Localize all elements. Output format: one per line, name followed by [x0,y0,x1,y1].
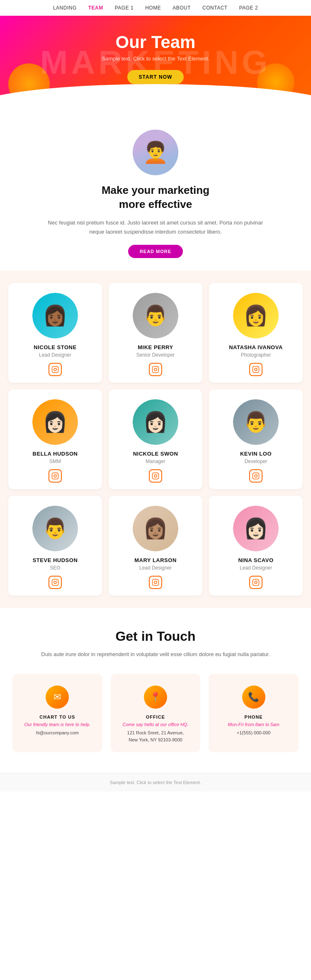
team-member-name: NICOLE STONE [34,344,76,350]
svg-rect-0 [52,366,58,372]
nav-contact[interactable]: CONTACT [202,5,228,11]
photo-placeholder: 👨 [32,506,78,551]
contact-card: 📞 PHONE Mon-Fri from 8am to 5am +1(555) … [209,674,299,752]
photo-placeholder: 👩🏻 [233,506,279,551]
team-card: 👩 NATASHA IVANOVA Photographer [209,283,303,383]
photo-placeholder: 👩🏻 [32,399,78,445]
hero-title: Our Team [116,32,196,52]
hero-subtitle[interactable]: Sample text. Click to select the Text El… [102,56,209,62]
team-card: 👩🏽 MARY LARSON Lead Designer [109,496,202,596]
team-photo: 👨 [32,506,78,551]
instagram-icon[interactable] [49,576,62,589]
nav-about[interactable]: ABOUT [173,5,191,11]
team-card: 👩🏻 BELLA HUDSON SMM [8,389,102,489]
photo-placeholder: 👨 [133,293,178,338]
svg-point-16 [255,475,257,477]
instagram-icon[interactable] [49,469,62,483]
avatar-3d-image: 🧑‍🦱 [133,130,178,175]
team-photo: 👩🏻 [133,399,178,445]
nav-home[interactable]: HOME [145,5,161,11]
contact-card-info: 121 Rock Sreet, 21 Avenue,New York, NY 9… [127,729,184,744]
contact-subtitle: Duis aute irure dolor in reprehenderit i… [12,650,299,659]
svg-point-22 [154,581,157,584]
contact-card-title: PHONE [245,714,263,719]
team-photo: 👩🏻 [32,399,78,445]
contact-card-sub: Mon-Fri from 8am to 5am [228,722,279,727]
contact-card-info: +1(555) 000-000 [237,729,271,737]
hero-section: MARKETING Our Team Sample text. Click to… [0,16,311,109]
contact-card-sub: Our friendly team is here to help. [24,722,91,727]
navigation: LANDING TEAM PAGE 1 HOME ABOUT CONTACT P… [0,0,311,16]
svg-point-1 [54,368,56,371]
svg-rect-9 [52,473,58,479]
team-member-name: NATASHA IVANOVA [229,344,283,350]
svg-point-13 [154,475,157,477]
svg-point-10 [54,475,56,477]
contact-title: Get in Touch [12,629,299,644]
instagram-icon[interactable] [249,363,262,376]
svg-rect-18 [52,579,58,585]
svg-point-17 [257,474,258,475]
team-card: 👩🏻 NINA SCAVO Lead Designer [209,496,303,596]
team-section: 👩🏾 NICOLE STONE Lead Designer 👨 MIKE PER… [0,270,311,608]
team-photo: 👩🏾 [32,293,78,338]
instagram-icon[interactable] [249,576,262,589]
svg-point-26 [257,580,258,581]
team-member-role: SMM [49,459,61,464]
svg-point-20 [56,580,57,581]
instagram-icon[interactable] [49,363,62,376]
footer: Sample text. Click to select the Text El… [0,773,311,792]
nav-team[interactable]: TEAM [88,5,103,11]
team-member-role: Photographer [241,352,271,358]
svg-point-7 [255,368,257,371]
team-member-role: SEO [50,565,60,571]
photo-placeholder: 👩🏾 [32,293,78,338]
contact-cards: ✉ CHART TO US Our friendly team is here … [12,674,299,752]
team-member-name: NINA SCAVO [238,557,273,563]
team-member-name: BELLA HUDSON [33,451,78,457]
svg-point-14 [157,474,158,475]
team-member-role: Lead Designer [39,352,71,358]
svg-rect-24 [253,579,259,585]
contact-card: 📍 OFFICE Come say hello at our office HQ… [111,674,201,752]
intro-avatar: 🧑‍🦱 [133,130,178,175]
team-photo: 👨 [133,293,178,338]
intro-heading: Make your marketing more effective [41,183,270,212]
team-member-role: Senior Developer [136,352,175,358]
team-card: 👩🏾 NICOLE STONE Lead Designer [8,283,102,383]
nav-page2[interactable]: PAGE 2 [239,5,258,11]
intro-body: Nec feugiat nisl pretium fusce id. Justo… [41,218,270,237]
instagram-icon[interactable] [249,469,262,483]
svg-point-5 [157,367,158,368]
svg-rect-12 [153,473,159,479]
contact-icon: ✉ [46,686,69,709]
photo-placeholder: 👨 [233,399,279,445]
team-card: 👨 MIKE PERRY Senior Developer [109,283,202,383]
photo-placeholder: 👩🏽 [133,506,178,551]
contact-card: ✉ CHART TO US Our friendly team is here … [12,674,102,752]
svg-point-19 [54,581,56,584]
footer-text[interactable]: Sample text. Click to select the Text El… [110,780,201,785]
contact-icon: 📞 [242,686,265,709]
svg-rect-6 [253,366,259,372]
team-member-name: NICKOLE SWON [133,451,178,457]
instagram-icon[interactable] [149,576,162,589]
nav-page1[interactable]: PAGE 1 [115,5,134,11]
photo-placeholder: 👩 [233,293,279,338]
svg-point-11 [56,474,57,475]
intro-section: 🧑‍🦱 Make your marketing more effective N… [0,109,311,270]
team-member-role: Manager [146,459,165,464]
team-member-name: MIKE PERRY [138,344,173,350]
contact-card-title: CHART TO US [39,714,75,719]
team-grid: 👩🏾 NICOLE STONE Lead Designer 👨 MIKE PER… [8,283,303,596]
instagram-icon[interactable] [149,363,162,376]
read-more-button[interactable]: READ MORE [128,245,183,258]
start-now-button[interactable]: START NOW [127,70,184,84]
contact-card-sub: Come say hello at our office HQ. [123,722,189,727]
team-photo: 👩🏻 [233,506,279,551]
nav-landing[interactable]: LANDING [53,5,77,11]
svg-point-8 [257,367,258,368]
instagram-icon[interactable] [149,469,162,483]
team-member-name: MARY LARSON [134,557,177,563]
svg-rect-21 [153,579,159,585]
